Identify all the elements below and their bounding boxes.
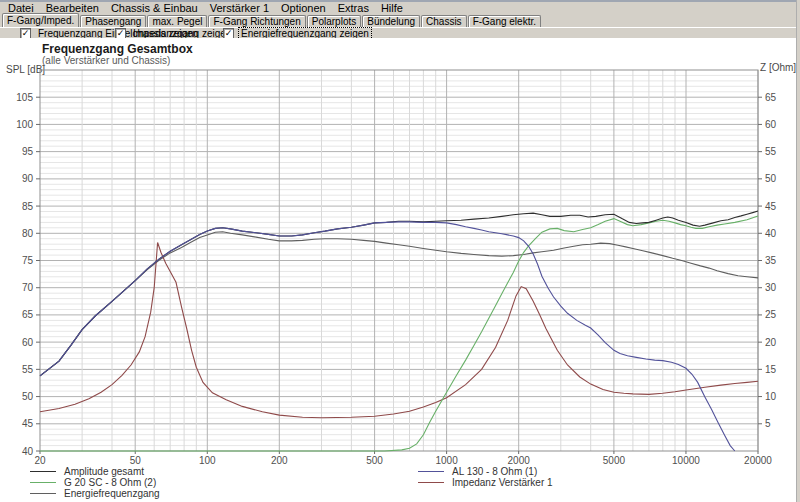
menu-item-hilfe[interactable]: Hilfe [375,2,409,14]
svg-text:100: 100 [199,455,216,466]
tab-b-ndelung[interactable]: Bündelung [362,15,420,27]
svg-text:70: 70 [22,282,34,293]
checkbox-bar: ✓Frequenzgang Einzelchassis zeigen✓Imped… [0,28,800,38]
legend: Amplitude gesamtG 20 SC - 8 Ohm (2)Energ… [0,38,800,502]
window-right-edge [796,0,800,502]
menu-item-chassis-einbau[interactable]: Chassis & Einbau [105,2,204,14]
grid-lines [40,70,758,451]
tab-f-gang-elektr[interactable]: F-Gang elektr. [468,15,541,27]
menu-bar: DateiBearbeitenChassis & EinbauVerstärke… [0,2,800,14]
chart-panel: Frequenzgang Gesamtbox (alle Verstärker … [0,38,800,502]
y-axis-right-ticks: 5101520253035404550556065 [758,92,777,430]
svg-text:200: 200 [271,455,288,466]
legend-item-energiefrequenzgang: Energiefrequenzgang [30,488,160,499]
svg-text:20000: 20000 [744,455,772,466]
svg-text:30: 30 [765,282,777,293]
tab-max-pegel[interactable]: max. Pegel [147,15,207,27]
svg-text:10000: 10000 [672,455,700,466]
svg-text:5: 5 [765,418,771,429]
svg-text:55: 55 [765,146,777,157]
legend-swatch-al-130-8-ohm-1 [418,471,444,472]
checkbox-impedanzgang-zeigen[interactable]: ✓ [115,28,126,39]
svg-text:35: 35 [765,255,777,266]
tab-phasengang[interactable]: Phasengang [80,15,146,27]
svg-text:500: 500 [366,455,383,466]
legend-item-g-20-sc-8-ohm-2: G 20 SC - 8 Ohm (2) [30,477,156,488]
svg-text:60: 60 [765,119,777,130]
svg-text:50: 50 [22,391,34,402]
series-impedanz-verst-rker-1 [40,243,758,418]
legend-label-g-20-sc-8-ohm-2: G 20 SC - 8 Ohm (2) [64,477,156,488]
y-axis-left-ticks: 404550556065707580859095100105 [16,92,40,457]
legend-swatch-impedanz-verst-rker-1 [418,482,444,483]
svg-text:95: 95 [22,146,34,157]
checkbox-group-impedanzgang-zeigen[interactable]: ✓Impedanzgang zeigen [115,28,233,38]
svg-text:75: 75 [22,255,34,266]
svg-text:45: 45 [765,201,777,212]
series-energiefrequenzgang [40,232,758,376]
svg-text:20: 20 [765,337,777,348]
checkbox-group-energiefrequenzgang-zeigen[interactable]: ✓Energiefrequenzgang zeigen [223,28,371,38]
y-axis-right-title: Z [Ohm] [760,62,796,73]
svg-text:40: 40 [765,228,777,239]
tab-chassis[interactable]: Chassis [421,15,467,27]
tab-f-gang-richtungen[interactable]: F-Gang Richtungen [208,15,305,27]
y-axis-left-title: SPL [dB] [6,64,45,75]
svg-text:55: 55 [22,364,34,375]
legend-label-amplitude-gesamt: Amplitude gesamt [64,466,144,477]
checkbox-frequenzgang-einzelchassis-zeigen[interactable]: ✓ [20,28,31,39]
series-amplitude-gesamt [40,211,758,376]
frequency-response-plot: 4045505560657075808590951001055101520253… [0,38,800,502]
svg-text:10: 10 [765,391,777,402]
tab-polarplots[interactable]: Polarplots [307,15,361,27]
series-g-20-sc-8-ohm-2 [40,216,758,451]
legend-label-al-130-8-ohm-1: AL 130 - 8 Ohm (1) [452,466,537,477]
svg-text:45: 45 [22,418,34,429]
menu-item-verst-rker-1[interactable]: Verstärker 1 [204,2,275,14]
svg-text:15: 15 [765,364,777,375]
svg-text:50: 50 [765,173,777,184]
legend-item-impedanz-verst-rker-1: Impedanz Verstärker 1 [418,477,553,488]
svg-text:2000: 2000 [508,455,531,466]
tab-f-gang-imped[interactable]: F-Gang/Imped. [2,13,79,27]
checkbox-label-energiefrequenzgang-zeigen: Energiefrequenzgang zeigen [239,28,371,39]
svg-text:80: 80 [22,228,34,239]
svg-text:25: 25 [765,309,777,320]
svg-text:50: 50 [130,455,142,466]
svg-text:85: 85 [22,201,34,212]
menu-item-extras[interactable]: Extras [332,2,375,14]
svg-text:1000: 1000 [435,455,458,466]
checkbox-label-impedanzgang-zeigen: Impedanzgang zeigen [131,28,233,39]
svg-text:90: 90 [22,173,34,184]
chart-subtitle: (alle Verstärker und Chassis) [42,55,170,66]
svg-text:40: 40 [22,446,34,457]
legend-item-amplitude-gesamt: Amplitude gesamt [30,466,144,477]
legend-label-energiefrequenzgang: Energiefrequenzgang [64,488,160,499]
legend-swatch-g-20-sc-8-ohm-2 [30,482,56,483]
svg-text:20: 20 [34,455,46,466]
x-axis-ticks: 20501002005001000200050001000020000 [34,451,772,466]
svg-text:60: 60 [22,337,34,348]
svg-text:65: 65 [22,309,34,320]
chart-title: Frequenzgang Gesamtbox [42,42,193,56]
series-al-130-8-ohm-1 [40,222,735,451]
tab-bar: F-Gang/Imped.Phasengangmax. PegelF-Gang … [0,14,800,28]
legend-swatch-energiefrequenzgang [30,493,56,494]
svg-text:100: 100 [16,119,33,130]
svg-text:5000: 5000 [603,455,626,466]
menu-item-optionen[interactable]: Optionen [275,2,332,14]
legend-swatch-amplitude-gesamt [30,471,56,472]
legend-label-impedanz-verst-rker-1: Impedanz Verstärker 1 [452,477,553,488]
checkbox-energiefrequenzgang-zeigen[interactable]: ✓ [223,28,234,39]
svg-text:105: 105 [16,92,33,103]
svg-text:65: 65 [765,92,777,103]
legend-item-al-130-8-ohm-1: AL 130 - 8 Ohm (1) [418,466,537,477]
